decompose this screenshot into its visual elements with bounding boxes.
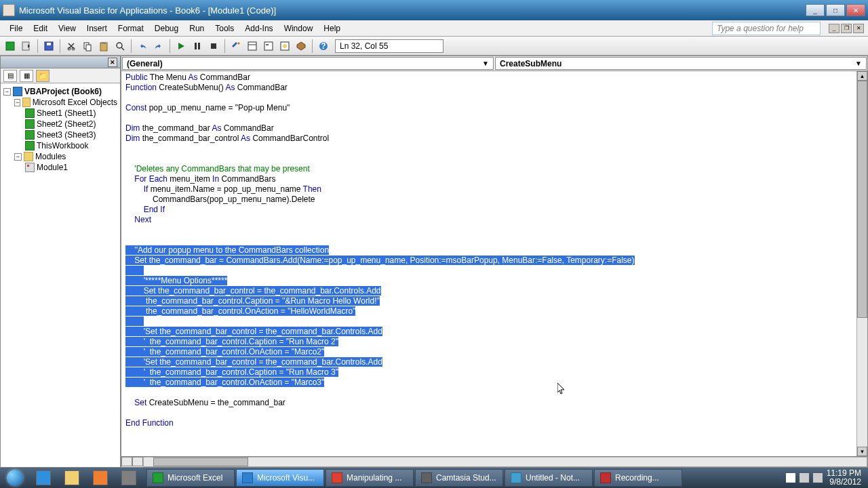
mdi-close-button[interactable]: ✕ <box>853 24 864 33</box>
task-label: Manipulating ... <box>347 473 401 483</box>
menu-debug[interactable]: Debug <box>149 22 184 35</box>
taskbar-task-2[interactable]: Manipulating ... <box>326 469 414 487</box>
taskbar-task-3[interactable]: Camtasia Stud... <box>415 469 503 487</box>
svg-rect-3 <box>47 43 51 45</box>
app-icon <box>3 4 15 16</box>
menu-view[interactable]: View <box>53 22 81 35</box>
task-icon <box>511 472 521 483</box>
menu-insert[interactable]: Insert <box>81 22 113 35</box>
procedure-dropdown[interactable]: CreateSubMenu▼ <box>495 57 867 70</box>
taskbar-task-1[interactable]: Microsoft Visu... <box>236 469 324 487</box>
start-button[interactable] <box>1 468 28 487</box>
tree-sheet3[interactable]: Sheet3 (Sheet3) <box>3 129 117 140</box>
procedure-view-icon[interactable] <box>121 457 132 466</box>
tree-modules[interactable]: −Modules <box>3 151 117 162</box>
mdi-restore-button[interactable]: ❐ <box>841 24 852 33</box>
menu-addins[interactable]: Add-Ins <box>239 22 278 35</box>
paste-icon[interactable] <box>96 39 111 54</box>
menu-window[interactable]: Window <box>279 22 319 35</box>
save-icon[interactable] <box>41 39 56 54</box>
taskbar-clock[interactable]: 11:19 PM9/8/2012 <box>827 469 861 487</box>
toggle-folders-icon[interactable]: 📁 <box>36 70 50 82</box>
object-browser-icon[interactable] <box>277 39 292 54</box>
design-mode-icon[interactable] <box>229 39 243 54</box>
hscroll-thumb[interactable] <box>153 458 248 466</box>
window-title: Microsoft Visual Basic for Applications … <box>19 5 806 16</box>
vertical-scrollbar[interactable]: ▲ ▼ <box>856 71 867 456</box>
project-explorer-icon[interactable] <box>245 39 260 54</box>
tree-thisworkbook[interactable]: ThisWorkbook <box>3 140 117 151</box>
properties-icon[interactable] <box>261 39 276 54</box>
view-code-icon[interactable]: ▤ <box>3 70 17 82</box>
full-module-view-icon[interactable] <box>132 457 143 466</box>
break-icon[interactable] <box>190 39 205 54</box>
task-label: Microsoft Excel <box>167 473 222 483</box>
svg-rect-9 <box>102 42 106 44</box>
redo-icon[interactable] <box>151 39 166 54</box>
svg-rect-12 <box>195 43 197 49</box>
copy-icon[interactable] <box>80 39 95 54</box>
svg-text:?: ? <box>321 41 326 51</box>
cut-icon[interactable] <box>64 39 79 54</box>
scroll-up-icon[interactable]: ▲ <box>857 71 867 81</box>
task-icon <box>421 472 432 483</box>
line-column-indicator: Ln 32, Col 55 <box>335 39 443 53</box>
code-editor[interactable]: Public The Menu As CommandBar Function C… <box>121 71 856 456</box>
project-explorer-titlebar: Project - VBAProject ✕ <box>1 56 120 68</box>
find-icon[interactable] <box>113 39 127 54</box>
tray-flag-icon[interactable] <box>786 473 795 483</box>
code-window: (General)▼ CreateSubMenu▼ Public The Men… <box>121 56 868 468</box>
task-icon <box>153 472 163 483</box>
code-footer <box>121 456 867 467</box>
scroll-thumb[interactable] <box>857 81 867 318</box>
help-search-box[interactable]: Type a question for help <box>712 22 821 35</box>
project-explorer: Project - VBAProject ✕ ▤ ▦ 📁 −VBAProject… <box>0 56 121 468</box>
task-label: Recording... <box>615 473 659 483</box>
undo-icon[interactable] <box>135 39 150 54</box>
taskbar-task-5[interactable]: Recording... <box>594 469 682 487</box>
minimize-button[interactable]: _ <box>806 4 825 16</box>
pinned-explorer[interactable] <box>58 468 85 487</box>
taskbar-task-0[interactable]: Microsoft Excel <box>146 469 235 487</box>
toolbox-icon[interactable] <box>294 39 309 54</box>
project-explorer-close-icon[interactable]: ✕ <box>108 58 117 67</box>
svg-point-20 <box>283 44 287 48</box>
svg-rect-13 <box>198 43 200 49</box>
help-icon[interactable]: ? <box>316 39 331 54</box>
code-dropdowns: (General)▼ CreateSubMenu▼ <box>121 56 867 71</box>
tree-sheet2[interactable]: Sheet2 (Sheet2) <box>3 119 117 129</box>
pinned-media[interactable] <box>87 468 114 487</box>
view-object-icon[interactable]: ▦ <box>20 70 33 82</box>
tree-project-root[interactable]: −VBAProject (Book6) <box>3 86 117 97</box>
mdi-minimize-button[interactable]: _ <box>829 24 840 33</box>
menu-file[interactable]: File <box>4 22 28 35</box>
menu-help[interactable]: Help <box>318 22 346 35</box>
close-button[interactable]: ✕ <box>846 4 865 16</box>
horizontal-scrollbar[interactable] <box>143 457 867 467</box>
view-excel-icon[interactable] <box>3 39 18 54</box>
tray-network-icon[interactable] <box>800 473 809 483</box>
menu-run[interactable]: Run <box>184 22 210 35</box>
svg-rect-18 <box>266 44 269 45</box>
svg-rect-0 <box>6 42 14 50</box>
taskbar: Microsoft ExcelMicrosoft Visu...Manipula… <box>0 468 868 488</box>
object-dropdown[interactable]: (General)▼ <box>122 57 494 70</box>
tree-module1[interactable]: Module1 <box>3 162 117 173</box>
tray-sound-icon[interactable] <box>813 473 823 483</box>
pinned-ie[interactable] <box>30 468 57 487</box>
menu-tools[interactable]: Tools <box>210 22 239 35</box>
scroll-down-icon[interactable]: ▼ <box>857 447 867 456</box>
menu-edit[interactable]: Edit <box>28 22 53 35</box>
menu-bar: File Edit View Insert Format Debug Run T… <box>0 20 868 37</box>
insert-dropdown-icon[interactable] <box>19 39 34 54</box>
pinned-other[interactable] <box>115 468 142 487</box>
window-titlebar: Microsoft Visual Basic for Applications … <box>0 0 868 20</box>
project-explorer-toolbar: ▤ ▦ 📁 <box>1 68 120 83</box>
tree-sheet1[interactable]: Sheet1 (Sheet1) <box>3 108 117 119</box>
run-icon[interactable] <box>174 39 189 54</box>
tree-excel-objects[interactable]: −Microsoft Excel Objects <box>3 97 117 108</box>
menu-format[interactable]: Format <box>113 22 149 35</box>
reset-icon[interactable] <box>206 39 221 54</box>
taskbar-task-4[interactable]: Untitled - Not... <box>505 469 593 487</box>
maximize-button[interactable]: □ <box>826 4 845 16</box>
